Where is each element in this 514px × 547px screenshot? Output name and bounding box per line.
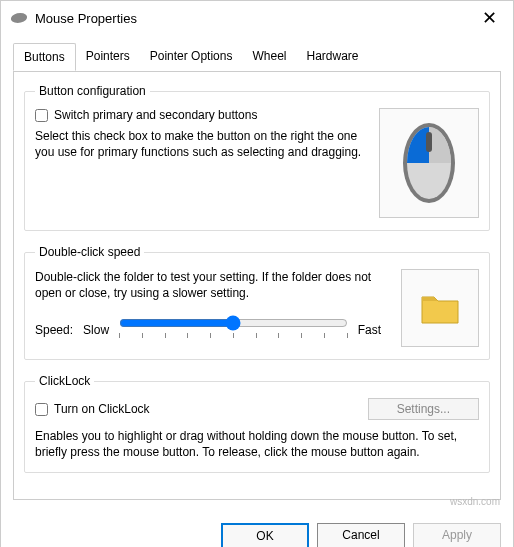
slider-ticks (119, 333, 348, 338)
button-configuration-group: Button configuration Switch primary and … (24, 84, 490, 231)
dialog-buttons: OK Cancel Apply (1, 513, 513, 547)
tab-hardware[interactable]: Hardware (296, 43, 368, 71)
tabs: Buttons Pointers Pointer Options Wheel H… (1, 43, 513, 72)
switch-buttons-checkbox[interactable] (35, 109, 48, 122)
window-title: Mouse Properties (35, 11, 476, 26)
tab-pointers[interactable]: Pointers (76, 43, 140, 71)
double-click-legend: Double-click speed (35, 245, 144, 259)
folder-test-icon[interactable] (401, 269, 479, 347)
mouse-properties-window: Mouse Properties ✕ Buttons Pointers Poin… (0, 0, 514, 547)
clicklock-group: ClickLock Turn on ClickLock Settings... … (24, 374, 490, 473)
double-click-speed-group: Double-click speed Double-click the fold… (24, 245, 490, 360)
slow-label: Slow (83, 323, 109, 337)
speed-label: Speed: (35, 323, 73, 337)
button-config-desc: Select this check box to make the button… (35, 128, 369, 160)
apply-button: Apply (413, 523, 501, 547)
button-config-legend: Button configuration (35, 84, 150, 98)
fast-label: Fast (358, 323, 381, 337)
clicklock-legend: ClickLock (35, 374, 94, 388)
tab-wheel[interactable]: Wheel (242, 43, 296, 71)
cancel-button[interactable]: Cancel (317, 523, 405, 547)
mouse-preview-icon (379, 108, 479, 218)
watermark: wsxdn.com (450, 496, 500, 507)
double-click-speed-slider[interactable] (119, 315, 348, 331)
ok-button[interactable]: OK (221, 523, 309, 547)
tab-content: Button configuration Switch primary and … (13, 71, 501, 500)
switch-buttons-label: Switch primary and secondary buttons (54, 108, 257, 122)
mouse-icon (10, 13, 29, 23)
svg-rect-2 (426, 132, 432, 152)
close-icon[interactable]: ✕ (476, 7, 503, 29)
clicklock-checkbox[interactable] (35, 403, 48, 416)
clicklock-label: Turn on ClickLock (54, 402, 150, 416)
double-click-desc: Double-click the folder to test your set… (35, 269, 381, 301)
tab-pointer-options[interactable]: Pointer Options (140, 43, 243, 71)
clicklock-settings-button: Settings... (368, 398, 479, 420)
titlebar: Mouse Properties ✕ (1, 1, 513, 35)
clicklock-desc: Enables you to highlight or drag without… (35, 428, 479, 460)
tab-buttons[interactable]: Buttons (13, 43, 76, 71)
